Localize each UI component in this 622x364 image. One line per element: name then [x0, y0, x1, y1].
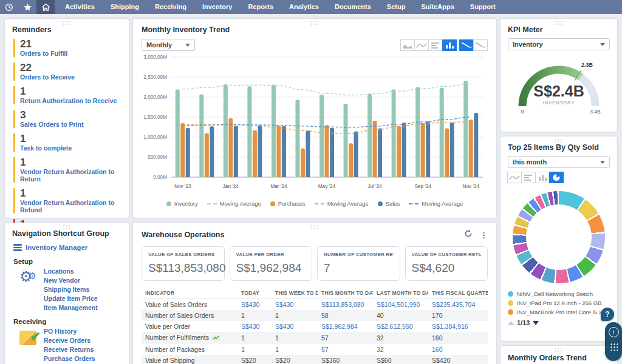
shortcut-link[interactable]: PO History [44, 327, 100, 336]
reminder-link[interactable]: Vendor Return Authorization to Refund [20, 199, 121, 214]
line-chart-icon[interactable] [414, 39, 429, 51]
feedback-widget[interactable]: i [605, 322, 622, 361]
legend-item[interactable]: Purchases [270, 200, 306, 207]
info-icon[interactable]: i [609, 327, 619, 337]
value-cell[interactable]: 160 [428, 344, 488, 355]
shortcut-link[interactable]: Item Management [44, 303, 98, 312]
legend-item[interactable]: Moving Average [207, 200, 261, 207]
nav-item-shipping[interactable]: Shipping [103, 0, 147, 14]
shortcut-link[interactable]: New Vendor [44, 276, 98, 285]
vbar-chart-icon[interactable] [535, 172, 550, 183]
value-cell: S$360 [318, 355, 373, 364]
value-cell[interactable]: 32 [373, 344, 428, 355]
help-button[interactable]: ? [601, 308, 614, 321]
shortcut-manager-label: Inventory Manager [26, 244, 87, 251]
reminder-link[interactable]: Task to complete [20, 144, 121, 152]
chevron-down-icon [600, 161, 605, 164]
shortcut-section-heading: Setup [13, 258, 121, 265]
value-cell: 170 [428, 310, 488, 321]
pie-chart-icon[interactable] [549, 172, 564, 183]
top-items-donut-chart[interactable] [513, 191, 605, 283]
value-cell[interactable]: S$430 [238, 299, 272, 311]
apps-grid-icon[interactable] [610, 343, 618, 351]
value-cell[interactable]: 57 [318, 344, 373, 355]
shortcut-link[interactable]: Locations [44, 267, 98, 276]
svg-text:1,500.00M: 1,500.00M [143, 115, 167, 120]
refresh-icon[interactable] [464, 229, 473, 240]
shortcut-section-heading: Receiving [13, 318, 121, 325]
shortcut-inventory-manager[interactable]: Inventory Manager [13, 243, 121, 252]
value-cell[interactable]: S$104,501,990 [373, 299, 428, 311]
value-cell[interactable]: 1 [238, 344, 272, 355]
nav-item-inventory[interactable]: Inventory [194, 0, 241, 14]
table-column-header[interactable]: THIS WEEK TO DATE [272, 287, 318, 299]
value-cell[interactable]: 1 [272, 344, 318, 355]
reminder-link[interactable]: Orders to Receive [20, 73, 121, 81]
value-cell[interactable]: S$113,853,080 [318, 299, 373, 311]
legend-page-down-icon[interactable] [533, 321, 539, 325]
nav-item-receiving[interactable]: Receiving [147, 0, 194, 14]
table-column-header[interactable]: LAST MONTH TO DATE [373, 287, 428, 299]
table-row: Value of Sales OrdersS$430S$430S$113,853… [142, 299, 488, 311]
top-items-title: Top 25 Items By Qty Sold [508, 143, 610, 152]
shortcut-link[interactable]: Shipping Items [44, 285, 98, 294]
nav-item-suiteapps[interactable]: SuiteApps [413, 0, 462, 14]
sparkline-icon[interactable] [212, 335, 220, 342]
value-cell[interactable]: S$1,962,984 [318, 321, 373, 332]
value-cell[interactable]: S$1,384,916 [428, 321, 488, 332]
table-column-header[interactable]: THIS MONTH TO DATE [318, 287, 373, 299]
nav-item-activities[interactable]: Activities [57, 0, 103, 14]
legend-item[interactable]: Moving Average [409, 200, 463, 207]
reminder-link[interactable]: Return Authorization to Receive [20, 97, 121, 104]
kpi-meter-select[interactable]: Inventory [508, 38, 610, 50]
nav-item-analytics[interactable]: Analytics [281, 0, 327, 14]
table-column-header[interactable]: INDICATOR [142, 287, 238, 299]
vbar-chart-icon[interactable] [442, 39, 457, 51]
hbar-chart-icon[interactable] [428, 39, 443, 51]
legend-label: INV_MacBook Pro Intel Core i5 2 GHz D [517, 308, 610, 317]
legend-page-up-icon[interactable] [508, 321, 514, 325]
warehouse-table: INDICATORTODAYTHIS WEEK TO DATETHIS MONT… [142, 287, 488, 364]
trend-period-select[interactable]: Monthly [142, 39, 195, 51]
nav-item-setup[interactable]: Setup [379, 0, 414, 14]
legend-item[interactable]: Moving Average [315, 200, 369, 207]
legend-item[interactable]: Inventory [166, 200, 198, 207]
reminder-link[interactable]: Vendor Return Authorization to Return [20, 168, 121, 183]
nav-item-documents[interactable]: Documents [327, 0, 379, 14]
reminder-link[interactable]: Orders to Fulfill [20, 50, 121, 57]
table-row: Number of Sales Orders1158401709 [142, 310, 488, 321]
svg-text:Nov '23: Nov '23 [174, 184, 191, 189]
shortcut-link[interactable]: Purchase Orders [44, 354, 100, 363]
home-icon[interactable] [36, 0, 55, 14]
hbar-chart-icon[interactable] [521, 172, 536, 183]
pie-legend-item[interactable]: INV_iPad Pro 12.9 inch - 256 GB [508, 298, 610, 308]
shortcut-link[interactable]: Update Item Price [44, 294, 98, 303]
trend-curve-icon[interactable] [459, 39, 474, 51]
nav-item-support[interactable]: Support [462, 0, 504, 14]
value-cell[interactable]: S$430 [238, 321, 272, 332]
trend-curve2-icon[interactable] [473, 39, 488, 51]
line-chart-icon[interactable] [507, 172, 522, 183]
pie-legend-item[interactable]: INV_MacBook Pro Intel Core i5 2 GHz D [508, 308, 610, 317]
value-cell[interactable]: S$235,435,704 [428, 299, 488, 311]
legend-item[interactable]: Sales [378, 200, 400, 207]
value-cell[interactable]: S$430 [272, 321, 318, 332]
shortcut-link[interactable]: Receive Orders [44, 336, 100, 345]
pie-legend-item[interactable]: NINV_Dell Networking Switch [508, 289, 610, 298]
star-icon[interactable] [18, 0, 36, 14]
orders-trend-title: Monthly Orders Trend [508, 354, 610, 362]
reminder-link[interactable]: Sales Orders to Print [20, 121, 121, 128]
shortcut-link[interactable]: Receive Returns [44, 345, 100, 354]
history-icon[interactable] [0, 0, 18, 14]
nav-item-reports[interactable]: Reports [240, 0, 281, 14]
inventory-trend-chart[interactable]: 0.00M500.00M1,000.00M1,500.00M2,000.00M2… [142, 51, 488, 195]
value-cell[interactable]: S$430 [272, 299, 318, 311]
top-items-select[interactable]: this month [508, 156, 610, 168]
table-column-header[interactable]: THIS FISCAL QUARTER TO DATE [428, 287, 488, 299]
svg-text:INVENTORY: INVENTORY [543, 100, 575, 106]
value-cell[interactable]: S$2,612,550 [373, 321, 428, 332]
kpi-tile: NUMBER OF CUSTOMER RETURNS7 [317, 246, 400, 281]
area-chart-icon[interactable] [400, 39, 415, 51]
kebab-menu-icon[interactable]: ⋮ [480, 231, 488, 239]
table-column-header[interactable]: TODAY [238, 287, 272, 299]
